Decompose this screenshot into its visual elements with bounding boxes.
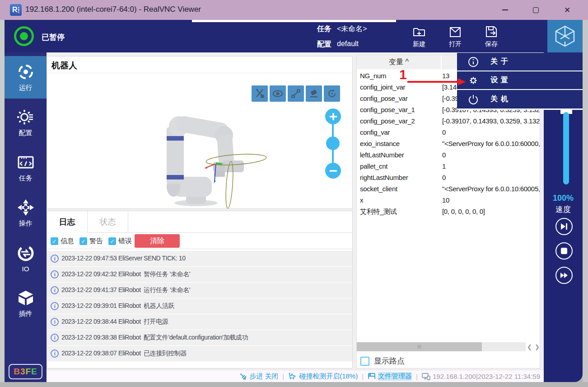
hscroll-left-arrow[interactable]: ❮ <box>526 342 533 351</box>
info-circle-icon: i <box>51 270 59 278</box>
open-button[interactable]: 打开 <box>439 23 471 50</box>
error-checkbox[interactable]: ✓ <box>108 237 116 245</box>
sidebar-item-label: 配置 <box>19 129 33 137</box>
speed-slider-track[interactable] <box>563 112 569 184</box>
variable-value: 0 <box>442 151 446 159</box>
hscrollbar-track[interactable] <box>357 342 526 351</box>
robot-panel-divider <box>47 73 352 73</box>
log-source: EliServer <box>118 255 142 262</box>
hscrollbar-thumb[interactable] <box>357 342 482 351</box>
annotation-arrow-line <box>407 81 458 83</box>
variable-name: exio_instance <box>360 140 400 147</box>
menu-item-settings[interactable]: 设置 <box>457 71 583 90</box>
filter-warning[interactable]: ✓警告 <box>79 237 103 245</box>
sidebar-item-config[interactable]: 配置 <box>5 101 47 144</box>
log-entry-row[interactable]: i 2023-12-22 09:42:32 EliRobot 暂停任务 '未命名… <box>47 267 352 282</box>
minus-icon <box>329 166 338 175</box>
variable-value: 1 <box>442 162 446 170</box>
plugin-cube-icon <box>17 289 35 307</box>
log-entry-row[interactable]: i 2023-12-22 09:47:53 EliServer SEND TIC… <box>47 251 352 266</box>
variable-value: 13 <box>442 72 449 80</box>
log-entry-row[interactable]: i 2023-12-22 09:38:38 EliRobot 配置文件'defa… <box>47 330 352 345</box>
show-waypoints-option[interactable]: 显示路点 <box>360 356 405 366</box>
statusbar-separator: | <box>362 373 364 380</box>
path-icon <box>290 88 301 99</box>
minimize-button[interactable] <box>495 0 515 20</box>
variable-value: "<ServerProxy for 6.0.0.10:60000, <box>442 140 540 147</box>
log-time: 2023-12-22 09:38:44 <box>61 318 117 325</box>
info-checkbox[interactable]: ✓ <box>51 237 58 245</box>
show-waypoints-checkbox[interactable] <box>360 357 369 366</box>
fast-forward-button[interactable] <box>555 267 573 284</box>
stop-button[interactable] <box>555 242 573 260</box>
power-icon <box>468 94 479 105</box>
log-entry-row[interactable]: i 2023-12-22 09:41:37 EliRobot 运行任务 '未命名… <box>47 283 352 298</box>
zoom-slider-handle[interactable] <box>326 137 340 150</box>
robot-tool-visibility-button[interactable] <box>270 85 286 102</box>
sidebar-item-task[interactable]: 任务 <box>5 146 47 189</box>
filter-error[interactable]: ✓错误 <box>108 237 132 245</box>
log-message: SEND TICK: 10 <box>144 255 186 262</box>
window-frame-left <box>0 20 5 387</box>
warning-checkbox[interactable]: ✓ <box>79 237 87 245</box>
log-entry-row[interactable]: i 2023-12-22 09:38:07 EliRobot 已连接到控制器 <box>47 346 352 361</box>
variable-name: socket_client <box>360 185 397 193</box>
status-bar: 步进 关闭 | 碰撞检测开启(18%) | 文件管理器 | 192.168.1.… <box>47 370 544 382</box>
skip-next-icon <box>560 223 568 230</box>
variable-row[interactable]: config_pose_var_2 [-0.39107, 0.14393, 0.… <box>357 116 540 127</box>
zoom-out-button[interactable] <box>325 163 341 179</box>
save-button[interactable]: 保存 <box>475 23 508 50</box>
maximize-button[interactable] <box>525 0 546 20</box>
variables-header[interactable]: 变量 ^ <box>357 55 441 69</box>
log-source: EliRobot <box>118 286 141 293</box>
collision-status[interactable]: 碰撞检测开启(18%) <box>288 372 358 381</box>
sidebar-nav: 运行 配置 任务 操作 IO 插件 B3FE <box>5 52 47 382</box>
brand-badge: B3FE <box>9 364 42 379</box>
log-message: 暂停任务 '未命名' <box>144 270 190 278</box>
sidebar-item-plugin[interactable]: 插件 <box>5 282 47 325</box>
step-next-button[interactable] <box>555 218 573 235</box>
run-status-icon[interactable] <box>14 26 34 46</box>
robot-tool-rotate-button[interactable] <box>324 85 340 102</box>
run-status-dot <box>20 32 28 40</box>
sidebar-item-io[interactable]: IO <box>5 237 47 279</box>
tab-status[interactable]: 状态 <box>88 211 128 233</box>
robot-3d-view[interactable] <box>146 110 286 208</box>
variable-name: config_pose_var <box>360 94 408 102</box>
eraser-icon <box>308 88 319 99</box>
run-icon <box>17 63 35 81</box>
sidebar-item-operate[interactable]: 操作 <box>5 192 47 234</box>
file-manager-link[interactable]: 文件管理器 <box>368 372 412 381</box>
variable-row[interactable]: config_var 0 <box>357 127 540 139</box>
step-mode-status[interactable]: 步进 关闭 <box>239 372 278 381</box>
sidebar-item-label: 运行 <box>19 84 33 92</box>
menu-item-shutdown[interactable]: 关机 <box>457 90 583 109</box>
log-entry-row[interactable]: i 2023-12-22 09:38:44 EliRobot 打开电源 <box>47 314 352 330</box>
hscroll-right-arrow[interactable]: ❯ <box>533 342 540 351</box>
sidebar-item-run[interactable]: 运行 <box>5 56 47 99</box>
robot-tool-path-button[interactable] <box>288 85 304 102</box>
variable-row[interactable]: leftLastNumber 0 <box>357 150 540 161</box>
variable-row[interactable]: x 10 <box>357 195 540 207</box>
zoom-in-button[interactable] <box>325 109 341 124</box>
variable-row[interactable]: 艾利特_测试 [0, 0, 0, 0, 0, 0] <box>357 207 540 218</box>
robot-view-panel: 机器人 <box>47 56 353 209</box>
window-frame-bottom <box>0 382 588 387</box>
info-circle-icon: i <box>51 318 59 326</box>
elite-logo-button[interactable] <box>547 20 583 52</box>
close-button[interactable]: ✕ <box>557 0 578 20</box>
new-task-button[interactable]: 新建 <box>403 23 435 50</box>
robot-tool-erase-button[interactable] <box>306 85 322 102</box>
variable-row[interactable]: socket_client "<ServerProxy for 6.0.0.10… <box>357 184 540 195</box>
log-entry-row[interactable]: i 2023-12-22 09:39:01 EliRobot 机器人活跃 <box>47 298 352 314</box>
title-bar[interactable]: RVNC 192.168.1.200 (intel-corei7-64:0) -… <box>0 0 588 20</box>
variable-row[interactable]: rightLastNumber 0 <box>357 173 540 184</box>
filter-info[interactable]: ✓信息 <box>51 237 74 245</box>
menu-item-about[interactable]: 关于 <box>457 53 583 71</box>
robot-tool-settings-button[interactable] <box>252 85 268 102</box>
log-time: 2023-12-22 09:38:38 <box>61 334 117 341</box>
variable-row[interactable]: exio_instance "<ServerProxy for 6.0.0.10… <box>357 139 540 150</box>
variable-row[interactable]: pallet_cnt 1 <box>357 161 540 173</box>
clear-log-button[interactable]: 清除 <box>135 234 180 248</box>
tab-log[interactable]: 日志 <box>47 211 88 233</box>
